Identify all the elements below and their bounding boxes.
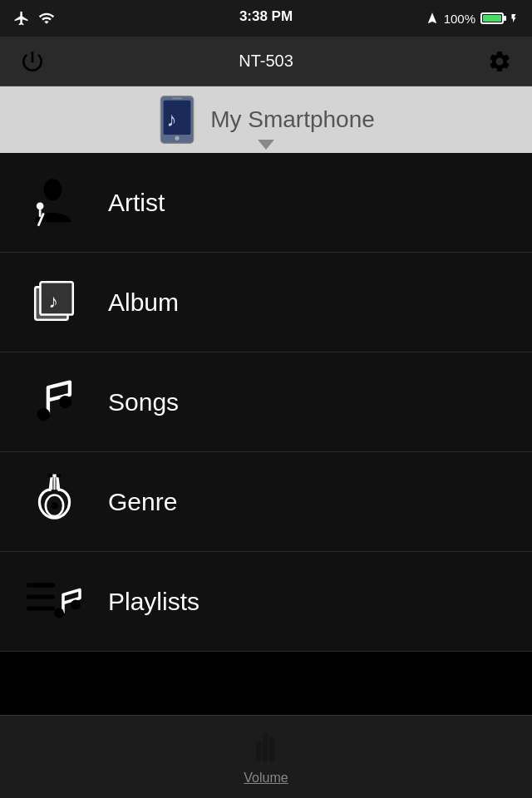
location-icon [426, 12, 439, 25]
svg-text:♪: ♪ [49, 290, 58, 312]
svg-rect-21 [27, 584, 55, 588]
status-bar: 3:38 PM 100% [0, 0, 532, 37]
svg-point-7 [36, 203, 43, 210]
svg-rect-22 [27, 595, 55, 599]
svg-rect-4 [172, 97, 182, 99]
wifi-icon [38, 10, 55, 27]
songs-icon-wrap [25, 373, 83, 431]
svg-text:♪: ♪ [166, 108, 176, 131]
settings-icon [487, 49, 512, 74]
menu-list: Artist ♪ Album Songs [0, 153, 532, 652]
power-icon [19, 48, 46, 75]
playlists-label: Playlists [108, 588, 200, 616]
power-button[interactable] [17, 46, 48, 77]
svg-point-3 [175, 136, 180, 140]
svg-rect-19 [48, 474, 52, 477]
svg-point-5 [43, 179, 62, 200]
source-label: My Smartphone [210, 106, 375, 133]
status-left [13, 10, 55, 27]
svg-rect-20 [56, 474, 60, 477]
volume-icon [251, 729, 281, 766]
genre-label: Genre [108, 488, 177, 516]
status-right: 100% [426, 11, 519, 26]
menu-item-album[interactable]: ♪ Album [0, 253, 532, 352]
menu-item-playlists[interactable]: Playlists [0, 552, 532, 652]
svg-point-25 [71, 600, 81, 610]
artist-icon-wrap [25, 174, 83, 232]
source-inner: ♪ My Smartphone [157, 95, 375, 145]
menu-item-songs[interactable]: Songs [0, 352, 532, 452]
album-label: Album [108, 288, 179, 317]
airplane-icon [13, 10, 30, 27]
playlists-icon-wrap [25, 573, 83, 631]
svg-rect-28 [269, 737, 274, 762]
artist-label: Artist [108, 189, 165, 217]
svg-rect-26 [263, 732, 268, 762]
source-selector[interactable]: ♪ My Smartphone [0, 86, 532, 153]
songs-icon [32, 375, 77, 429]
charging-icon [509, 11, 519, 26]
bottom-bar[interactable]: Volume [0, 715, 532, 798]
toolbar-title: NT-503 [239, 52, 293, 71]
battery-percent: 100% [444, 12, 475, 26]
artist-icon [27, 175, 81, 229]
svg-point-24 [54, 608, 64, 618]
settings-button[interactable] [484, 46, 515, 77]
status-time: 3:38 PM [239, 8, 293, 25]
menu-item-genre[interactable]: Genre [0, 452, 532, 552]
svg-point-15 [51, 502, 58, 510]
album-icon-wrap: ♪ [25, 273, 83, 332]
menu-item-artist[interactable]: Artist [0, 153, 532, 253]
volume-label[interactable]: Volume [244, 771, 288, 786]
battery-indicator [480, 12, 504, 24]
source-chevron-icon [258, 140, 274, 150]
smartphone-icon: ♪ [157, 95, 197, 145]
genre-icon [32, 474, 77, 530]
songs-label: Songs [108, 388, 179, 416]
album-icon: ♪ [28, 277, 80, 328]
svg-point-12 [37, 408, 49, 421]
svg-rect-23 [27, 607, 55, 611]
svg-point-13 [58, 396, 71, 408]
genre-icon-wrap [25, 473, 83, 531]
playlists-icon [25, 574, 83, 628]
svg-rect-27 [256, 741, 261, 762]
toolbar: NT-503 [0, 37, 532, 86]
